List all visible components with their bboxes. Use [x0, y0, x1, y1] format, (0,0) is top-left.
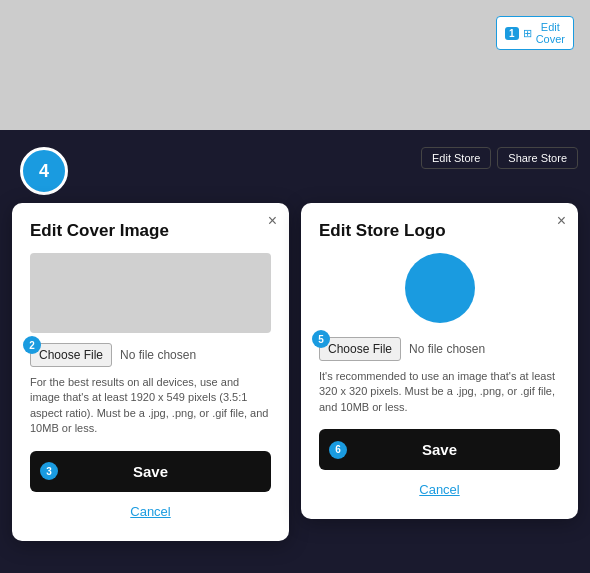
- store-header-bar: 4 Edit Store Share Store: [0, 130, 590, 185]
- cover-file-hint: For the best results on all devices, use…: [30, 375, 271, 437]
- logo-no-file-text: No file chosen: [409, 342, 485, 356]
- cover-image-area: 1 ⊞ Edit Cover: [0, 0, 590, 130]
- save-logo-button[interactable]: 6 Save: [319, 429, 560, 470]
- badge-3: 3: [40, 462, 58, 480]
- edit-cover-button[interactable]: 1 ⊞ Edit Cover: [496, 16, 574, 50]
- cancel-logo-button[interactable]: Cancel: [319, 478, 560, 501]
- store-logo-preview: [405, 253, 475, 323]
- share-store-button[interactable]: Share Store: [497, 147, 578, 169]
- choose-logo-file-label: Choose File: [328, 342, 392, 356]
- cover-no-file-text: No file chosen: [120, 348, 196, 362]
- cover-file-input-row: 2 Choose File No file chosen: [30, 343, 271, 367]
- dialogs-container: × Edit Cover Image 2 Choose File No file…: [0, 185, 590, 553]
- close-edit-logo-button[interactable]: ×: [557, 213, 566, 229]
- badge-5: 5: [312, 330, 330, 348]
- badge-6: 6: [329, 441, 347, 459]
- choose-cover-file-label: Choose File: [39, 348, 103, 362]
- edit-cover-icon: ⊞: [523, 27, 532, 40]
- badge-1: 1: [505, 27, 519, 40]
- logo-file-hint: It's recommended to use an image that's …: [319, 369, 560, 415]
- edit-logo-modal-title: Edit Store Logo: [319, 221, 560, 241]
- logo-file-input-row: 5 Choose File No file chosen: [319, 337, 560, 361]
- store-avatar: 4: [20, 147, 68, 195]
- edit-cover-modal-title: Edit Cover Image: [30, 221, 271, 241]
- cancel-cover-button[interactable]: Cancel: [30, 500, 271, 523]
- save-cover-label: Save: [133, 463, 168, 480]
- avatar-label: 4: [39, 161, 49, 182]
- edit-logo-modal: × Edit Store Logo 5 Choose File No file …: [301, 203, 578, 519]
- save-cover-button[interactable]: 3 Save: [30, 451, 271, 492]
- choose-logo-file-button[interactable]: 5 Choose File: [319, 337, 401, 361]
- edit-cover-modal: × Edit Cover Image 2 Choose File No file…: [12, 203, 289, 541]
- badge-2: 2: [23, 336, 41, 354]
- close-edit-cover-button[interactable]: ×: [268, 213, 277, 229]
- cover-image-preview: [30, 253, 271, 333]
- choose-cover-file-button[interactable]: 2 Choose File: [30, 343, 112, 367]
- edit-store-button[interactable]: Edit Store: [421, 147, 491, 169]
- edit-cover-label: Edit Cover: [536, 21, 565, 45]
- save-logo-label: Save: [422, 441, 457, 458]
